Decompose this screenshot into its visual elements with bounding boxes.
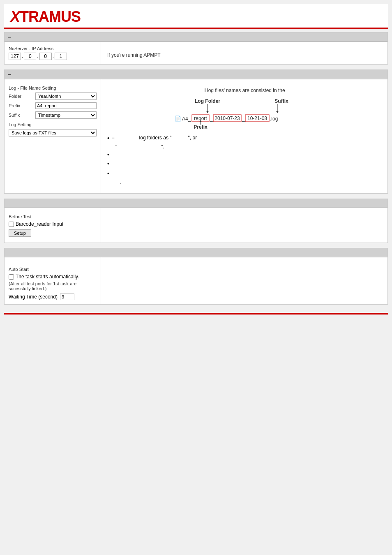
ip-dot1: . <box>22 53 23 59</box>
auto-start-right <box>101 257 387 304</box>
waiting-time-label: Waiting Time (second) <box>9 294 58 300</box>
folder-row: Folder Year.Month <box>9 92 97 100</box>
auto-start-panel-header <box>5 248 387 257</box>
log-setting-label: Log Setting <box>9 122 97 127</box>
bullet2-text <box>112 151 113 157</box>
log-panel: – Log - File Name Setting Folder Year.Mo… <box>4 69 388 194</box>
nuserver-right: If you're running APMPT <box>101 42 387 64</box>
bullet3-text <box>112 160 113 166</box>
ip-octet1[interactable] <box>9 53 21 60</box>
log-panel-header: – <box>5 70 387 79</box>
diagram-title: ll log files' names are consisted in the <box>107 88 381 93</box>
nuserver-left: NuServer - IP Address . . . <box>5 42 101 64</box>
svg-text:Suffix: Suffix <box>274 98 288 104</box>
folder-select[interactable]: Year.Month <box>35 92 97 100</box>
filename-arrows-svg: Log Folder Suffix 📄 <box>166 97 323 130</box>
bullet4-text <box>112 170 113 176</box>
before-test-panel-header <box>5 199 387 208</box>
svg-text:_: _ <box>210 116 213 122</box>
svg-text:📄: 📄 <box>175 115 182 122</box>
before-test-label: Before Test <box>9 214 97 219</box>
auto-start-left: Auto Start The task starts automatically… <box>5 257 101 304</box>
auto-start-content: Auto Start The task starts automatically… <box>5 257 387 304</box>
folder-label: Folder <box>9 94 35 99</box>
barcode-label: Barcode_reader Input <box>16 221 63 227</box>
after-link-label: (After all test ports for 1st task are s… <box>9 281 97 291</box>
nuserver-ip-label: NuServer - IP Address <box>9 46 97 51</box>
before-test-right <box>101 208 387 243</box>
auto-start-label: Auto Start <box>9 267 97 272</box>
svg-marker-3 <box>206 111 209 113</box>
log-left: Log - File Name Setting Folder Year.Mont… <box>5 79 101 193</box>
waiting-time-input[interactable] <box>60 294 74 300</box>
log-info-bullets: • – log folders as " ", or <box>107 135 381 185</box>
setup-button[interactable]: Setup <box>9 229 31 237</box>
ip-address-row: . . . <box>9 53 97 60</box>
prefix-input[interactable] <box>35 102 97 109</box>
nuserver-collapse-btn[interactable]: – <box>8 34 11 40</box>
log-panel-content: Log - File Name Setting Folder Year.Mont… <box>5 79 387 193</box>
log-filename-setting-label: Log - File Name Setting <box>9 86 97 90</box>
auto-start-checkbox-row: The task starts automatically. <box>9 274 97 280</box>
auto-start-checkbox-label: The task starts automatically. <box>16 274 79 280</box>
svg-text:.log: .log <box>270 116 278 122</box>
svg-text:A4_: A4_ <box>182 116 191 122</box>
logo-tramus: TRAMUS <box>20 8 81 25</box>
prefix-row: Prefix <box>9 102 97 109</box>
before-test-panel: Before Test Barcode_reader Input Setup <box>4 199 388 243</box>
suffix-select[interactable]: Timestamp <box>35 111 97 119</box>
ip-octet2[interactable] <box>24 53 36 60</box>
svg-marker-5 <box>276 111 279 113</box>
barcode-checkbox[interactable] <box>9 222 14 227</box>
log-collapse-btn[interactable]: – <box>8 71 11 78</box>
svg-text:Log Folder: Log Folder <box>195 98 220 104</box>
before-test-content: Before Test Barcode_reader Input Setup <box>5 208 387 243</box>
logo-x: X <box>10 8 20 25</box>
log-right: ll log files' names are consisted in the… <box>101 79 387 193</box>
barcode-checkbox-row: Barcode_reader Input <box>9 221 97 227</box>
prefix-label: Prefix <box>9 103 35 108</box>
suffix-label: Suffix <box>9 113 35 118</box>
bottom-bar <box>4 313 388 314</box>
sub-bullet1: " ". <box>115 144 164 150</box>
svg-text:_: _ <box>242 116 245 122</box>
bullet1-text: – log folders as " ", or <box>112 135 197 141</box>
ip-dot2: . <box>37 53 38 59</box>
ip-octet4[interactable] <box>55 53 67 60</box>
nuserver-panel-content: NuServer - IP Address . . . If you're ru… <box>5 42 387 64</box>
logo-section: XTRAMUS <box>4 4 388 29</box>
bullet4-sub: . <box>120 179 121 185</box>
nuserver-panel: – NuServer - IP Address . . . If you're … <box>4 32 388 65</box>
logo: XTRAMUS <box>10 8 382 25</box>
svg-text:Prefix: Prefix <box>194 124 208 130</box>
save-logs-select[interactable]: Save logs as TXT files. <box>9 129 97 136</box>
minus-label: – <box>112 135 115 141</box>
suffix-row: Suffix Timestamp <box>9 111 97 119</box>
nuserver-info-text: If you're running APMPT <box>107 46 381 58</box>
ip-octet3[interactable] <box>39 53 52 60</box>
ip-dot3: . <box>53 53 54 59</box>
auto-start-panel: Auto Start The task starts automatically… <box>4 248 388 305</box>
filename-diagram: ll log files' names are consisted in the… <box>107 88 381 185</box>
nuserver-panel-header: – <box>5 32 387 42</box>
waiting-time-row: Waiting Time (second) <box>9 294 97 300</box>
auto-start-checkbox[interactable] <box>9 274 14 280</box>
before-test-left: Before Test Barcode_reader Input Setup <box>5 208 101 243</box>
svg-text:10-21-08: 10-21-08 <box>247 116 267 121</box>
svg-text:2010-07-23: 2010-07-23 <box>214 116 240 121</box>
